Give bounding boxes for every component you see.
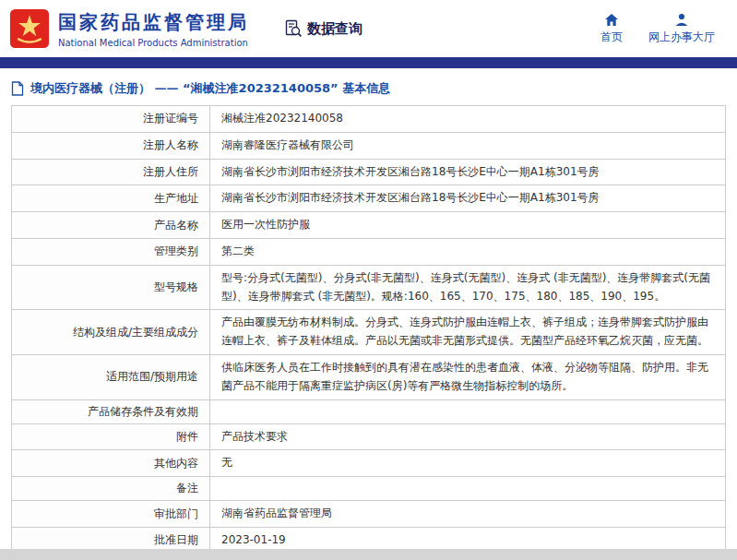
row-label: 附件 <box>12 424 210 450</box>
row-value-text: 无 <box>221 454 232 472</box>
row-value: 湖南省药品监督管理局 <box>210 501 725 527</box>
row-value: 医用一次性防护服 <box>210 212 725 238</box>
header: 国家药品监督管理局 National Medical Products Admi… <box>0 0 737 57</box>
row-value: 湖南省长沙市浏阳市经济技术开发区湘台路18号长沙E中心一期A1栋301号房 <box>210 160 725 185</box>
row-value-text: 医用一次性防护服 <box>221 216 310 234</box>
row-label: 注册证编号 <box>12 106 210 132</box>
table-row: 结构及组成/主要组成成分 产品由覆膜无纺布材料制成。分身式、连身式防护服由连帽上… <box>12 310 725 355</box>
nav-home[interactable]: 首页 <box>600 13 623 45</box>
row-value <box>210 477 725 500</box>
national-emblem-icon <box>9 8 50 49</box>
table-row: 注册人名称 湖南睿隆医疗器械有限公司 <box>12 133 725 160</box>
row-label: 注册人名称 <box>12 133 210 159</box>
row-value: 湖南省长沙市浏阳市经济技术开发区湘台路18号长沙E中心一期A1栋301号房 <box>210 185 725 211</box>
row-value-text: 供临床医务人员在工作时接触到的具有潜在感染性的患者血液、体液、分泌物等阻隔、防护… <box>221 359 714 396</box>
row-value: 产品由覆膜无纺布材料制成。分身式、连身式防护服由连帽上衣、裤子组成；连身带脚套式… <box>210 310 725 354</box>
row-value-text: 湖南省药品监督管理局 <box>221 505 332 523</box>
row-value: 供临床医务人员在工作时接触到的具有潜在感染性的患者血液、体液、分泌物等阻隔、防护… <box>210 355 725 399</box>
table-row: 型号规格 型号:分身式(无菌型)、分身式(非无菌型)、连身式(无菌型)、连身式 … <box>12 266 725 311</box>
row-value: 第二类 <box>210 239 725 265</box>
row-value-text: 产品由覆膜无纺布材料制成。分身式、连身式防护服由连帽上衣、裤子组成；连身带脚套式… <box>221 314 714 351</box>
row-label: 备注 <box>12 477 210 500</box>
person-icon <box>674 13 689 27</box>
row-value: 产品技术要求 <box>210 424 725 450</box>
page-title: 境内医疗器械（注册） —— “湘械注准20232140058” 基本信息 <box>30 80 390 97</box>
registration-info-table: 注册证编号 湘械注准20232140058 注册人名称 湖南睿隆医疗器械有限公司… <box>11 105 726 560</box>
table-row: 产品储存条件及有效期 <box>12 400 725 424</box>
row-label: 型号规格 <box>12 266 210 310</box>
row-value-text: 湖南省长沙市浏阳市经济技术开发区湘台路18号长沙E中心一期A1栋301号房 <box>221 163 600 182</box>
table-row: 备注 <box>12 477 725 501</box>
row-label: 适用范围/预期用途 <box>12 355 210 399</box>
nav-service-hall[interactable]: 网上办事大厅 <box>648 13 715 45</box>
footer-strip <box>0 549 737 560</box>
row-value: 型号:分身式(无菌型)、分身式(非无菌型)、连身式(无菌型)、连身式 (非无菌型… <box>210 266 725 310</box>
home-icon <box>604 13 619 27</box>
table-row: 附件 产品技术要求 <box>12 424 725 451</box>
brand: 国家药品监督管理局 National Medical Products Admi… <box>9 8 249 49</box>
table-row: 产品名称 医用一次性防护服 <box>12 212 725 239</box>
breadcrumb: 境内医疗器械（注册） —— “湘械注准20232140058” 基本信息 <box>0 68 737 105</box>
document-icon <box>11 81 24 96</box>
table-row: 注册证编号 湘械注准20232140058 <box>12 106 725 133</box>
row-label: 管理类别 <box>12 239 210 265</box>
row-value: 无 <box>210 450 725 476</box>
row-value-text: 产品技术要求 <box>221 428 288 447</box>
row-value-text: 第二类 <box>221 243 255 261</box>
row-value-text: 湖南省长沙市浏阳市经济技术开发区湘台路18号长沙E中心一期A1栋301号房 <box>221 189 600 208</box>
header-right-nav: 首页 网上办事大厅 <box>600 13 724 45</box>
row-label: 产品名称 <box>12 212 210 238</box>
row-value-text: 湘械注准20232140058 <box>221 110 343 128</box>
nav-data-query-label: 数据查询 <box>307 20 363 38</box>
org-titles: 国家药品监督管理局 National Medical Products Admi… <box>58 10 249 48</box>
nav-home-label: 首页 <box>600 30 623 45</box>
header-blue-bar <box>0 57 737 68</box>
nav-data-query[interactable]: 数据查询 <box>284 19 363 38</box>
table-row: 生产地址 湖南省长沙市浏阳市经济技术开发区湘台路18号长沙E中心一期A1栋301… <box>12 185 725 212</box>
row-label: 生产地址 <box>12 185 210 211</box>
row-label: 产品储存条件及有效期 <box>12 400 210 423</box>
row-label: 注册人住所 <box>12 160 210 185</box>
table-row: 适用范围/预期用途 供临床医务人员在工作时接触到的具有潜在感染性的患者血液、体液… <box>12 355 725 400</box>
row-value: 湖南睿隆医疗器械有限公司 <box>210 133 725 159</box>
row-label: 结构及组成/主要组成成分 <box>12 310 210 354</box>
table-row: 管理类别 第二类 <box>12 239 725 266</box>
page: 国家药品监督管理局 National Medical Products Admi… <box>0 0 737 560</box>
row-value-text: 2023-01-19 <box>221 531 286 550</box>
data-query-icon <box>284 19 303 38</box>
row-value: 湘械注准20232140058 <box>210 106 725 132</box>
row-value-text: 型号:分身式(无菌型)、分身式(非无菌型)、连身式(无菌型)、连身式 (非无菌型… <box>221 269 714 306</box>
org-title-en: National Medical Products Administration <box>58 38 249 48</box>
row-value-text: 湖南睿隆医疗器械有限公司 <box>221 137 354 155</box>
table-row: 其他内容 无 <box>12 450 725 477</box>
table-row: 审批部门 湖南省药品监督管理局 <box>12 501 725 528</box>
nav-service-hall-label: 网上办事大厅 <box>648 30 715 45</box>
table-row: 注册人住所 湖南省长沙市浏阳市经济技术开发区湘台路18号长沙E中心一期A1栋30… <box>12 160 725 186</box>
row-value <box>210 400 725 423</box>
row-label: 其他内容 <box>12 450 210 476</box>
org-title-cn: 国家药品监督管理局 <box>58 10 249 35</box>
row-label: 审批部门 <box>12 501 210 527</box>
